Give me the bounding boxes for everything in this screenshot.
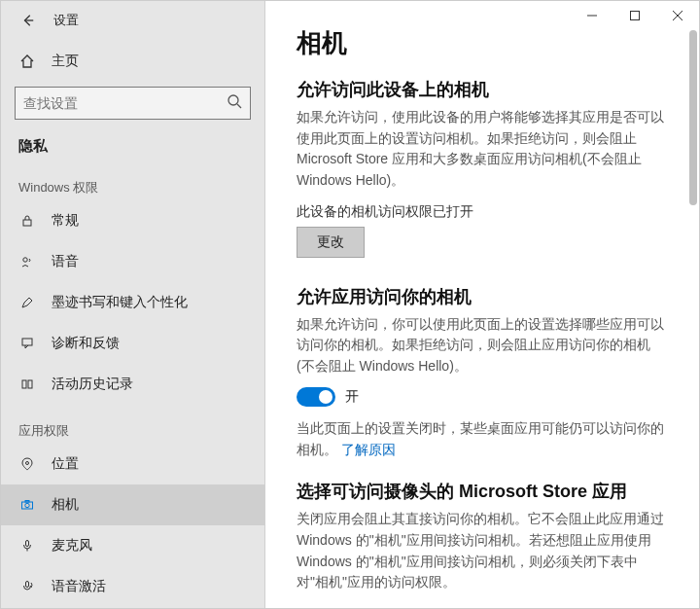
pen-icon bbox=[18, 296, 36, 309]
section-title: 允许访问此设备上的相机 bbox=[297, 78, 664, 101]
app-row: 3D 查看器 开 bbox=[297, 603, 664, 608]
maximize-button[interactable] bbox=[613, 1, 656, 30]
svg-point-1 bbox=[228, 95, 238, 105]
sidebar-item-location[interactable]: 位置 bbox=[1, 444, 264, 484]
minimize-icon bbox=[587, 11, 597, 20]
back-arrow-icon bbox=[21, 14, 35, 27]
learn-more-link[interactable]: 了解原因 bbox=[341, 442, 396, 457]
section-title: 选择可访问摄像头的 Microsoft Store 应用 bbox=[297, 480, 664, 503]
speech-icon bbox=[18, 255, 36, 269]
sidebar: 设置 主页 隐私 Windows 权限 常规 bbox=[1, 1, 265, 608]
sidebar-item-inking[interactable]: 墨迹书写和键入个性化 bbox=[1, 282, 264, 323]
svg-point-8 bbox=[26, 462, 29, 465]
back-button[interactable] bbox=[13, 5, 44, 36]
sidebar-item-label: 常规 bbox=[52, 212, 79, 230]
sidebar-item-activity[interactable]: 活动历史记录 bbox=[1, 364, 264, 405]
sidebar-item-label: 活动历史记录 bbox=[52, 376, 133, 393]
minimize-button[interactable] bbox=[571, 1, 613, 30]
section-desc: 关闭应用会阻止其直接访问你的相机。它不会阻止此应用通过 Windows 的"相机… bbox=[297, 509, 664, 593]
svg-rect-3 bbox=[23, 220, 31, 226]
sidebar-item-diagnostics[interactable]: 诊断和反馈 bbox=[1, 323, 264, 364]
sidebar-item-voice-activation[interactable]: 语音激活 bbox=[1, 566, 264, 607]
sidebar-item-general[interactable]: 常规 bbox=[1, 200, 264, 241]
sidebar-item-label: 墨迹书写和键入个性化 bbox=[52, 294, 188, 311]
svg-rect-13 bbox=[26, 582, 29, 588]
microphone-icon bbox=[18, 539, 36, 553]
search-icon bbox=[227, 93, 242, 113]
svg-rect-15 bbox=[631, 12, 640, 20]
sidebar-item-label: 麦克风 bbox=[52, 537, 92, 555]
sidebar-group-label: Windows 权限 bbox=[1, 161, 264, 200]
location-icon bbox=[18, 457, 36, 471]
svg-rect-7 bbox=[28, 380, 32, 388]
section-note: 当此页面上的设置关闭时，某些桌面应用可能仍可以访问你的相机。 了解原因 bbox=[297, 418, 664, 460]
sidebar-item-label: 相机 bbox=[52, 496, 79, 514]
apps-access-toggle-row: 开 bbox=[297, 387, 664, 407]
section-title: 允许应用访问你的相机 bbox=[297, 285, 664, 308]
sidebar-item-label: 位置 bbox=[52, 455, 79, 473]
svg-rect-5 bbox=[22, 339, 32, 345]
page-title: 相机 bbox=[297, 26, 664, 60]
sidebar-home-label: 主页 bbox=[52, 53, 79, 70]
sidebar-scroll[interactable]: Windows 权限 常规 语音 墨迹书写和键入个性化 诊断和反馈 bbox=[1, 161, 264, 608]
svg-line-2 bbox=[237, 104, 241, 108]
apps-access-toggle[interactable] bbox=[297, 387, 335, 407]
section-desc: 如果允许访问，你可以使用此页面上的设置选择哪些应用可以访问你的相机。如果拒绝访问… bbox=[297, 314, 664, 377]
sidebar-item-label: 语音 bbox=[52, 253, 79, 270]
window-controls bbox=[571, 1, 699, 30]
svg-rect-6 bbox=[22, 380, 26, 388]
sidebar-item-label: 诊断和反馈 bbox=[52, 335, 120, 352]
svg-rect-12 bbox=[26, 541, 29, 547]
svg-point-10 bbox=[25, 503, 29, 507]
sidebar-group-label: 应用权限 bbox=[1, 405, 264, 444]
sidebar-item-label: 语音激活 bbox=[52, 578, 106, 595]
svg-point-4 bbox=[23, 258, 27, 262]
home-icon bbox=[18, 54, 36, 69]
search-box[interactable] bbox=[15, 87, 251, 120]
sidebar-item-camera[interactable]: 相机 bbox=[1, 484, 264, 525]
section-desc: 如果允许访问，使用此设备的用户将能够选择其应用是否可以使用此页面上的设置访问相机… bbox=[297, 107, 664, 192]
voice-icon bbox=[18, 580, 36, 593]
feedback-icon bbox=[18, 337, 36, 350]
search-input[interactable] bbox=[23, 95, 227, 111]
change-button[interactable]: 更改 bbox=[297, 227, 365, 258]
camera-access-status: 此设备的相机访问权限已打开 bbox=[297, 203, 664, 221]
camera-icon bbox=[18, 498, 36, 512]
sidebar-item-speech[interactable]: 语音 bbox=[1, 241, 264, 282]
history-icon bbox=[18, 377, 36, 391]
maximize-icon bbox=[630, 11, 640, 20]
scroll-thumb[interactable] bbox=[689, 30, 697, 205]
titlebar: 设置 bbox=[1, 1, 264, 40]
window-title: 设置 bbox=[53, 12, 79, 29]
settings-window: 设置 主页 隐私 Windows 权限 常规 bbox=[0, 0, 700, 609]
content-pane: 相机 允许访问此设备上的相机 如果允许访问，使用此设备的用户将能够选择其应用是否… bbox=[265, 1, 699, 608]
scrollbar[interactable] bbox=[687, 1, 699, 608]
sidebar-section-title: 隐私 bbox=[1, 129, 264, 161]
svg-rect-11 bbox=[25, 501, 29, 503]
sidebar-item-microphone[interactable]: 麦克风 bbox=[1, 525, 264, 566]
toggle-label: 开 bbox=[345, 388, 359, 406]
lock-icon bbox=[18, 214, 36, 228]
sidebar-home[interactable]: 主页 bbox=[1, 40, 264, 83]
close-icon bbox=[673, 11, 682, 20]
